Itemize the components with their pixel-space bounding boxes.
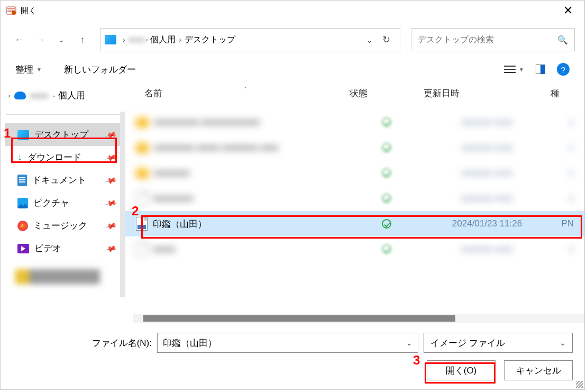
desktop-icon	[17, 130, 29, 140]
file-icon	[136, 242, 148, 256]
chevron-right-icon: ›	[123, 35, 125, 44]
pin-icon: 📌	[104, 174, 117, 187]
file-row[interactable]: xxxxx xxxxxxx xxxxx	[125, 236, 584, 262]
nav-forward-button[interactable]: →	[31, 31, 49, 49]
pin-icon: 📌	[104, 219, 117, 232]
download-icon: ↓	[17, 152, 22, 163]
sidebar-item-pictures[interactable]: ピクチャ 📌	[5, 192, 121, 214]
breadcrumb-personal[interactable]: - 個人用	[145, 34, 176, 45]
sidebar-item-desktop[interactable]: デスクトップ 📌	[5, 123, 121, 146]
pin-icon: 📌	[104, 242, 117, 255]
status-ok-icon	[382, 244, 391, 254]
app-icon	[6, 5, 16, 16]
search-input[interactable]	[418, 35, 557, 44]
horizontal-scrollbar[interactable]	[133, 314, 584, 323]
chevron-right-icon: ›	[8, 92, 10, 99]
filename-label: ファイル名(N):	[92, 337, 152, 349]
chevron-right-icon: ›	[179, 35, 181, 44]
close-button[interactable]: ✕	[557, 2, 579, 20]
music-icon	[17, 221, 28, 231]
folder-icon	[136, 117, 149, 127]
sidebar-item-music[interactable]: ミュージック 📌	[5, 214, 121, 237]
sidebar: › xxxx - 個人用 デスクトップ 📌 ↓ ダウンロード 📌 ドキュメント …	[1, 85, 125, 323]
column-date[interactable]: 更新日時	[424, 87, 551, 99]
column-headers: 名前 ˄ 状態 更新日時 種	[125, 85, 584, 105]
refresh-button[interactable]: ↻	[377, 34, 396, 45]
chevron-down-icon: ▼	[36, 67, 42, 72]
chevron-down-icon[interactable]: ⌄	[560, 339, 566, 347]
pin-icon: 📌	[104, 128, 117, 141]
search-box[interactable]: 🔍	[411, 28, 575, 51]
file-row[interactable]: xxxxxxxxx xxxxx xxxxxxxx xxxx xxxxxxx xx…	[125, 135, 584, 160]
file-icon	[136, 192, 148, 205]
search-icon[interactable]: 🔍	[557, 35, 568, 45]
filename-combo[interactable]: 印鑑（山田） ⌄	[157, 333, 418, 353]
file-type-filter[interactable]: イメージ ファイル ⌄	[424, 333, 573, 353]
column-status[interactable]: 状態	[350, 87, 424, 99]
nav-recent-button[interactable]: ⌄	[52, 31, 70, 49]
sidebar-item-videos[interactable]: ビデオ 📌	[5, 237, 121, 260]
help-button[interactable]: ?	[557, 63, 570, 76]
sidebar-scrollbar[interactable]	[120, 112, 125, 297]
video-icon	[17, 244, 29, 253]
file-row[interactable]: xxxxxxxx xxxxxxx xxxxx	[125, 160, 584, 186]
folder-icon	[136, 168, 149, 178]
chevron-down-icon[interactable]: ⌄	[406, 339, 412, 347]
file-pane: 名前 ˄ 状態 更新日時 種 xxxxxxxxxx xxxxxxxxxxxxx …	[125, 85, 584, 323]
file-row-selected[interactable]: 印鑑（山田） 2024/01/23 11:26 PN	[125, 211, 584, 236]
nav-back-button[interactable]: ←	[10, 31, 28, 49]
breadcrumb-dropdown[interactable]: ⌄	[366, 35, 377, 45]
document-icon	[17, 175, 27, 186]
breadcrumb-desktop[interactable]: デスクトップ	[185, 34, 235, 45]
preview-pane-button[interactable]	[536, 65, 545, 74]
open-button[interactable]: 開く(O)	[427, 360, 496, 380]
sidebar-item-downloads[interactable]: ↓ ダウンロード 📌	[5, 146, 121, 169]
status-ok-icon	[382, 219, 391, 229]
chevron-down-icon: ▼	[519, 67, 524, 72]
status-ok-icon	[382, 117, 391, 127]
new-folder-button[interactable]: 新しいフォルダー	[64, 63, 136, 76]
file-row[interactable]: xxxxxxxxxx xxxxxxxxxxxxx xxxxxxx xxxxx	[125, 110, 584, 135]
status-ok-icon	[382, 143, 391, 152]
status-ok-icon	[382, 168, 391, 178]
resize-grip[interactable]	[576, 381, 583, 388]
cancel-button[interactable]: キャンセル	[504, 360, 573, 380]
pictures-icon	[17, 198, 28, 208]
onedrive-icon	[14, 92, 26, 99]
column-name[interactable]: 名前 ˄	[133, 87, 350, 99]
svg-point-1	[12, 11, 16, 15]
folder-icon	[136, 142, 149, 153]
view-mode-button[interactable]: ▼	[504, 65, 524, 74]
breadcrumb-user[interactable]: xxxx	[129, 35, 145, 44]
image-file-icon	[136, 217, 148, 231]
breadcrumb[interactable]: › xxxx - 個人用 › デスクトップ ⌄ ↻	[100, 28, 400, 51]
organize-menu[interactable]: 整理 ▼	[15, 63, 42, 76]
pin-icon: 📌	[104, 196, 117, 209]
dialog-title: 開く	[21, 6, 36, 16]
status-ok-icon	[382, 194, 391, 203]
sidebar-item-blurred[interactable]	[15, 269, 100, 284]
pin-icon: 📌	[104, 151, 117, 164]
sidebar-item-documents[interactable]: ドキュメント 📌	[5, 169, 121, 192]
folder-icon	[105, 35, 116, 44]
nav-up-button[interactable]: ↑	[74, 31, 91, 49]
sort-asc-icon: ˄	[244, 86, 247, 94]
sidebar-top-onedrive[interactable]: › xxxx - 個人用	[5, 87, 121, 104]
file-row[interactable]: xxxxxxxxx xxxxxxx xxxxx	[125, 186, 584, 211]
column-type[interactable]: 種	[551, 87, 577, 99]
